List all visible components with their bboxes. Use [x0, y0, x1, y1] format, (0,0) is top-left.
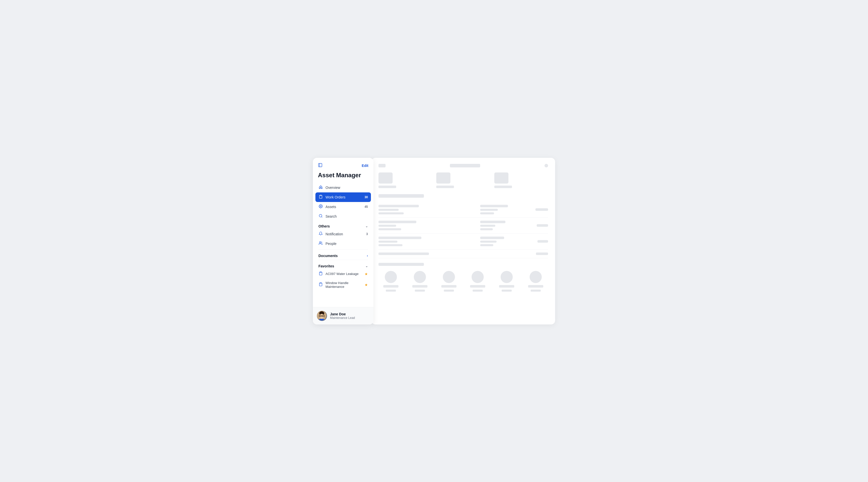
- sidebar-item-label-notification: Notification: [326, 232, 343, 236]
- table-col-right-4: [533, 252, 548, 255]
- sidebar-item-water-leakage[interactable]: AC097 Water Leakage ★: [315, 269, 371, 279]
- svg-point-6: [319, 242, 321, 243]
- sk-r1-m3: [480, 212, 494, 214]
- svg-rect-8: [320, 282, 321, 283]
- sidebar-header: Edit: [313, 158, 373, 171]
- svg-rect-0: [318, 163, 322, 167]
- stat-card-1: [378, 173, 432, 188]
- sk-r2-m2: [480, 225, 495, 227]
- user-info: Jane Doe Maintenance Lead: [330, 312, 355, 320]
- table-row: [378, 202, 548, 218]
- stats-row-skeleton: [378, 173, 548, 188]
- bottom-header-skeleton: [378, 262, 548, 267]
- sidebar-item-people[interactable]: People: [315, 239, 371, 248]
- sk-bottom-header: [378, 263, 424, 266]
- svg-rect-7: [320, 272, 321, 272]
- sk-r2-m3: [480, 228, 493, 230]
- sidebar-item-label-people: People: [326, 242, 337, 246]
- table-col-mid-1: [480, 205, 529, 214]
- divider-favorites: [318, 260, 368, 260]
- sidebar-nav: Overview Work Orders 30: [313, 183, 373, 307]
- star-icon-water-leakage[interactable]: ★: [365, 272, 368, 276]
- sk-r2-m1: [480, 221, 505, 223]
- sidebar-item-work-orders[interactable]: Work Orders 30: [315, 192, 371, 202]
- sidebar-item-window-handle[interactable]: Window Handle Maintenance ★: [315, 279, 371, 291]
- sk-r1-m2: [480, 209, 498, 211]
- svg-point-4: [319, 214, 322, 217]
- bottom-card-4: [465, 271, 490, 292]
- table-col-right-2: [533, 224, 548, 227]
- stat-rect-2: [436, 173, 451, 184]
- main-container: Edit Asset Manager Overview: [313, 158, 555, 325]
- sidebar-item-label-search: Search: [326, 214, 337, 218]
- bottom-card-3: [436, 271, 461, 292]
- section-others-label: Others: [318, 224, 330, 228]
- sk-label-sm-3: [444, 290, 454, 292]
- sidebar-item-search[interactable]: Search: [315, 212, 371, 221]
- sk-r1-r: [535, 208, 548, 211]
- sidebar-item-assets[interactable]: Assets 45: [315, 202, 371, 212]
- skeleton-top-left: [378, 164, 385, 168]
- sk-r1-l1: [378, 205, 419, 207]
- avatar: [317, 311, 327, 321]
- stat-label-2: [436, 186, 454, 188]
- sk-r3-l2: [378, 241, 397, 243]
- fav-item-label-water-leakage: AC097 Water Leakage: [326, 272, 359, 276]
- sidebar-item-label-work-orders: Work Orders: [326, 195, 345, 199]
- sk-r2-l1: [378, 221, 416, 223]
- sidebar-item-notification[interactable]: Notification 3: [315, 229, 371, 239]
- star-icon-window-handle[interactable]: ★: [365, 283, 368, 287]
- sidebar-item-label-assets: Assets: [326, 205, 336, 209]
- edit-button[interactable]: Edit: [362, 163, 368, 168]
- chevron-down-icon: ⌄: [365, 224, 368, 228]
- section-others[interactable]: Others ⌄: [315, 221, 371, 229]
- sk-r3-m3: [480, 244, 493, 246]
- stat-label-3: [494, 186, 512, 188]
- sk-r1-m1: [480, 205, 508, 207]
- sk-label-2: [412, 285, 428, 288]
- sk-r3-l3: [378, 244, 402, 246]
- bottom-card-1: [378, 271, 403, 292]
- skeleton-top-center: [450, 164, 480, 168]
- section-documents[interactable]: Documents ›: [315, 251, 371, 259]
- table-header-sk-1: [378, 194, 424, 198]
- sk-label-sm-1: [386, 290, 396, 292]
- sk-label-sm-6: [531, 290, 541, 292]
- sk-avatar-5: [501, 271, 513, 283]
- user-name: Jane Doe: [330, 312, 355, 316]
- assets-badge: 45: [365, 205, 368, 209]
- table-col-mid-3: [480, 237, 529, 246]
- clipboard-fav-icon-2: [318, 282, 323, 287]
- sk-label-4: [470, 285, 485, 288]
- sk-r3-m2: [480, 241, 497, 243]
- sk-r3-l1: [378, 237, 422, 239]
- stat-rect-3: [494, 173, 508, 184]
- user-role: Maintenance Lead: [330, 316, 355, 320]
- sk-r2-l3: [378, 228, 401, 230]
- stat-card-3: [494, 173, 548, 188]
- table-col-mid-2: [480, 221, 529, 230]
- table-col-main-4: [378, 252, 529, 255]
- user-profile[interactable]: Jane Doe Maintenance Lead: [313, 307, 373, 325]
- sk-label-1: [383, 285, 398, 288]
- fav-item-label-window-handle: Window Handle Maintenance: [326, 281, 362, 289]
- sk-avatar-1: [385, 271, 397, 283]
- sidebar-item-overview[interactable]: Overview: [315, 183, 371, 192]
- gear-icon: [318, 204, 323, 209]
- sk-avatar-3: [443, 271, 455, 283]
- table-col-main-2: [378, 221, 476, 230]
- sk-r1-l3: [378, 212, 404, 214]
- sk-r1-l2: [378, 209, 399, 211]
- clipboard-icon: [318, 195, 323, 200]
- sk-r3-m1: [480, 237, 504, 239]
- sk-r4-r: [536, 252, 548, 255]
- table-rows-skeleton: [378, 202, 548, 258]
- sk-label-sm-2: [415, 290, 425, 292]
- sk-r3-r: [537, 240, 548, 243]
- section-favorites[interactable]: Favorites ⌄: [315, 261, 371, 269]
- table-row: [378, 234, 548, 249]
- stat-label-1: [378, 186, 396, 188]
- sidebar-toggle-icon[interactable]: [318, 163, 322, 169]
- bottom-card-5: [494, 271, 519, 292]
- notification-badge: 3: [366, 232, 368, 236]
